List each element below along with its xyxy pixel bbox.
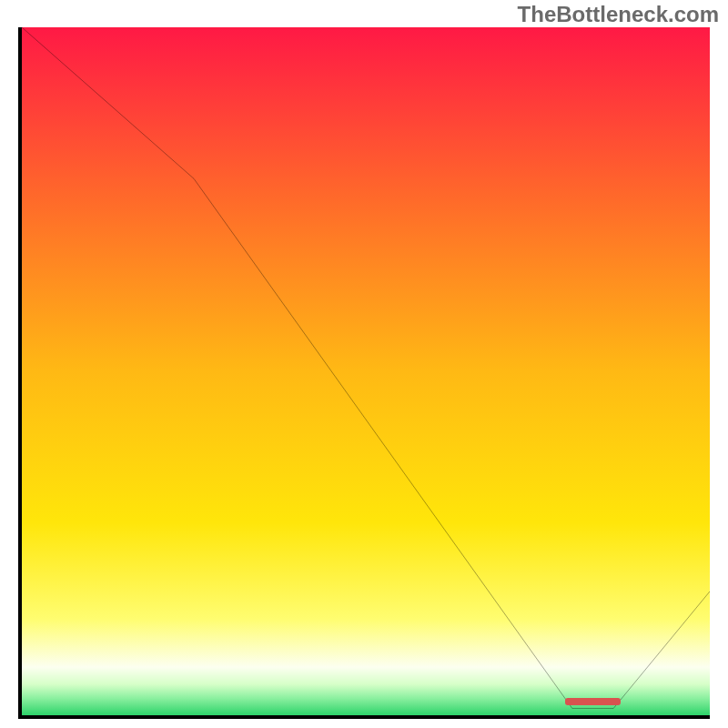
svg-rect-0 bbox=[22, 27, 710, 715]
heatmap-gradient bbox=[22, 27, 710, 715]
optimal-range-marker bbox=[565, 698, 620, 705]
chart-container: TheBottleneck.com bbox=[0, 0, 728, 728]
plot-area bbox=[18, 27, 710, 719]
attribution-label: TheBottleneck.com bbox=[518, 2, 719, 27]
